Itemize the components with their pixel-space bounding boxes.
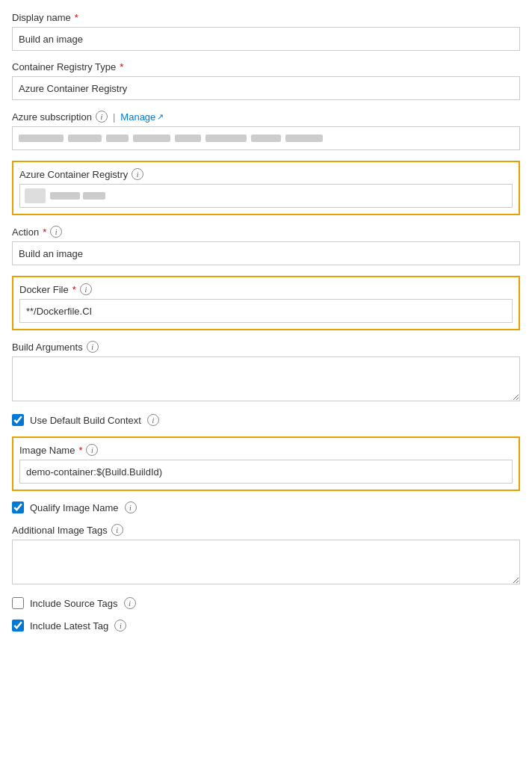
additional-image-tags-label-text: Additional Image Tags xyxy=(12,525,108,536)
blurred-block-4 xyxy=(133,135,170,142)
include-source-tags-checkbox[interactable] xyxy=(12,597,24,609)
image-name-required: * xyxy=(78,445,82,456)
subscription-info-icon[interactable]: i xyxy=(96,111,108,123)
additional-image-tags-textarea[interactable] xyxy=(12,540,520,584)
include-source-tags-info-icon[interactable]: i xyxy=(124,597,136,609)
build-arguments-group: Build Arguments i xyxy=(12,341,520,404)
subscription-group: Azure subscription i | Manage ↗ xyxy=(12,111,520,150)
docker-file-label: Docker File * i xyxy=(19,283,513,295)
display-name-input[interactable] xyxy=(12,27,520,51)
image-name-label: Image Name * i xyxy=(19,444,513,456)
use-default-build-context-label[interactable]: Use Default Build Context xyxy=(30,415,141,426)
subscription-blurred-content xyxy=(19,135,323,142)
action-info-icon[interactable]: i xyxy=(50,226,62,238)
azure-registry-input[interactable] xyxy=(19,184,513,208)
qualify-image-name-row: Qualify Image Name i xyxy=(12,501,520,513)
display-name-label: Display name * xyxy=(12,12,520,23)
registry-type-text: Container Registry Type xyxy=(12,61,116,72)
blurred-block-8 xyxy=(285,135,323,142)
include-latest-tag-label[interactable]: Include Latest Tag xyxy=(30,620,108,632)
subscription-input[interactable] xyxy=(12,126,520,150)
qualify-image-name-info-icon[interactable]: i xyxy=(125,501,137,513)
additional-image-tags-label: Additional Image Tags i xyxy=(12,524,520,536)
azure-registry-label: Azure Container Registry i xyxy=(19,168,513,180)
display-name-required: * xyxy=(75,12,78,23)
image-name-group: Image Name * i xyxy=(12,436,520,491)
manage-label-text: Manage xyxy=(120,111,155,123)
action-group: Action * i xyxy=(12,226,520,265)
subscription-divider: | xyxy=(113,111,115,123)
action-label-text: Action xyxy=(12,226,39,238)
reg-block-2 xyxy=(83,192,105,200)
subscription-manage-link[interactable]: Manage ↗ xyxy=(120,111,164,123)
docker-file-required: * xyxy=(72,284,76,295)
docker-file-label-text: Docker File xyxy=(19,284,69,295)
reg-block-1 xyxy=(50,192,80,200)
blurred-block-5 xyxy=(175,135,201,142)
qualify-image-name-checkbox[interactable] xyxy=(12,501,24,513)
blurred-block-2 xyxy=(68,135,102,142)
docker-file-input[interactable] xyxy=(19,299,513,323)
build-arguments-label: Build Arguments i xyxy=(12,341,520,353)
build-arguments-label-text: Build Arguments xyxy=(12,342,83,353)
include-latest-tag-checkbox[interactable] xyxy=(12,620,24,632)
registry-type-required: * xyxy=(120,61,123,72)
subscription-label-text: Azure subscription xyxy=(12,111,92,123)
include-latest-tag-info-icon[interactable]: i xyxy=(114,620,126,632)
include-source-tags-label[interactable]: Include Source Tags xyxy=(30,598,118,609)
image-name-info-icon[interactable]: i xyxy=(86,444,98,456)
additional-image-tags-group: Additional Image Tags i xyxy=(12,524,520,587)
azure-registry-info-icon[interactable]: i xyxy=(132,168,143,180)
registry-thumbnail xyxy=(25,188,46,203)
registry-blurred-text xyxy=(50,192,105,200)
docker-file-group: Docker File * i xyxy=(12,276,520,330)
azure-registry-group: Azure Container Registry i xyxy=(12,161,520,215)
include-source-tags-row: Include Source Tags i xyxy=(12,597,520,609)
blurred-block-3 xyxy=(106,135,129,142)
build-arguments-textarea[interactable] xyxy=(12,356,520,401)
external-link-icon: ↗ xyxy=(157,112,164,122)
blurred-block-1 xyxy=(19,135,64,142)
use-default-build-context-row: Use Default Build Context i xyxy=(12,414,520,426)
image-name-input[interactable] xyxy=(19,460,513,484)
registry-type-label: Container Registry Type * xyxy=(12,61,520,72)
use-default-build-context-checkbox[interactable] xyxy=(12,414,24,426)
action-required: * xyxy=(43,226,46,238)
blurred-block-6 xyxy=(205,135,247,142)
use-default-build-context-info-icon[interactable]: i xyxy=(147,414,159,426)
registry-type-input[interactable] xyxy=(12,76,520,100)
azure-registry-label-text: Azure Container Registry xyxy=(19,169,128,180)
registry-type-group: Container Registry Type * xyxy=(12,61,520,100)
image-name-label-text: Image Name xyxy=(19,445,75,456)
docker-file-info-icon[interactable]: i xyxy=(80,283,92,295)
blurred-block-7 xyxy=(251,135,281,142)
include-latest-tag-row: Include Latest Tag i xyxy=(12,620,520,632)
display-name-text: Display name xyxy=(12,12,71,23)
additional-image-tags-info-icon[interactable]: i xyxy=(111,524,123,536)
subscription-label-row: Azure subscription i | Manage ↗ xyxy=(12,111,520,123)
qualify-image-name-label[interactable]: Qualify Image Name xyxy=(30,502,119,513)
display-name-group: Display name * xyxy=(12,12,520,51)
build-arguments-info-icon[interactable]: i xyxy=(87,341,99,353)
action-label: Action * i xyxy=(12,226,520,238)
action-input[interactable] xyxy=(12,241,520,265)
